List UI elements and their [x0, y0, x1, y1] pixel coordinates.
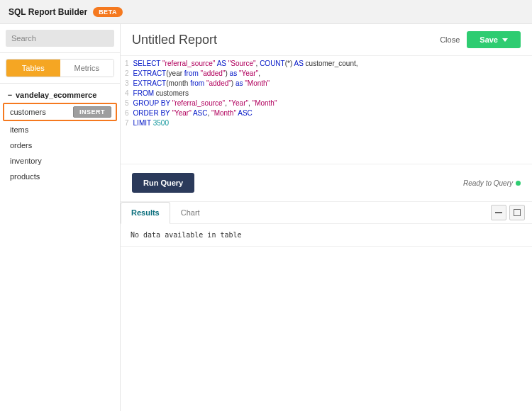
main-layout: Tables Metrics − vandelay_ecommerce cust… — [0, 24, 532, 411]
sidebar-tabs: Tables Metrics — [0, 53, 120, 84]
header-actions: Close Save — [440, 31, 521, 48]
sql-editor[interactable]: 1234567 SELECT "referral_source" AS "Sou… — [121, 56, 532, 164]
tab-pills: Tables Metrics — [6, 59, 114, 77]
tab-results[interactable]: Results — [121, 202, 170, 224]
tab-metrics[interactable]: Metrics — [60, 60, 114, 77]
line-gutter: 1234567 — [121, 59, 133, 128]
content-area: Untitled Report Close Save 1234567 SELEC… — [121, 24, 532, 411]
insert-button[interactable]: INSERT — [73, 106, 111, 118]
minimize-button[interactable] — [491, 205, 506, 220]
maximize-button[interactable] — [509, 205, 525, 220]
close-link[interactable]: Close — [440, 35, 460, 44]
query-status: Ready to Query — [463, 179, 521, 187]
search-input[interactable] — [6, 30, 114, 47]
table-item-customers[interactable]: customers INSERT — [3, 103, 117, 121]
status-dot-icon — [516, 181, 521, 186]
minimize-icon — [495, 212, 502, 213]
db-name: vandelay_ecommerce — [16, 91, 96, 99]
maximize-icon — [514, 209, 521, 216]
search-wrap — [0, 24, 120, 53]
sidebar: Tables Metrics − vandelay_ecommerce cust… — [0, 24, 121, 411]
content-header: Untitled Report Close Save — [121, 24, 532, 56]
run-bar: Run Query Ready to Query — [121, 164, 532, 202]
chevron-down-icon — [502, 38, 508, 42]
save-label: Save — [480, 35, 498, 44]
table-item-orders[interactable]: orders — [0, 137, 120, 153]
report-title[interactable]: Untitled Report — [132, 33, 217, 47]
app-header: SQL Report Builder BETA — [0, 0, 532, 24]
status-text: Ready to Query — [463, 179, 513, 187]
table-item-inventory[interactable]: inventory — [0, 153, 120, 169]
table-item-products[interactable]: products — [0, 169, 120, 184]
code-lines: SELECT "referral_source" AS "Source", CO… — [133, 59, 358, 128]
db-tree: − vandelay_ecommerce customers INSERT it… — [0, 84, 120, 188]
app-title: SQL Report Builder — [9, 7, 87, 17]
save-button[interactable]: Save — [467, 31, 521, 48]
db-header[interactable]: − vandelay_ecommerce — [0, 88, 120, 102]
result-tools — [491, 205, 525, 220]
table-item-items[interactable]: items — [0, 122, 120, 137]
result-tabs-row: Results Chart — [121, 202, 532, 224]
code-area: 1234567 SELECT "referral_source" AS "Sou… — [121, 56, 532, 164]
table-label: customers — [10, 108, 46, 116]
result-tabs: Results Chart — [121, 202, 211, 223]
tab-tables[interactable]: Tables — [6, 60, 60, 77]
beta-badge: BETA — [93, 7, 123, 17]
tab-chart[interactable]: Chart — [170, 202, 211, 223]
collapse-icon: − — [6, 91, 14, 99]
run-query-button[interactable]: Run Query — [132, 173, 194, 193]
no-data-message: No data available in table — [121, 224, 532, 247]
